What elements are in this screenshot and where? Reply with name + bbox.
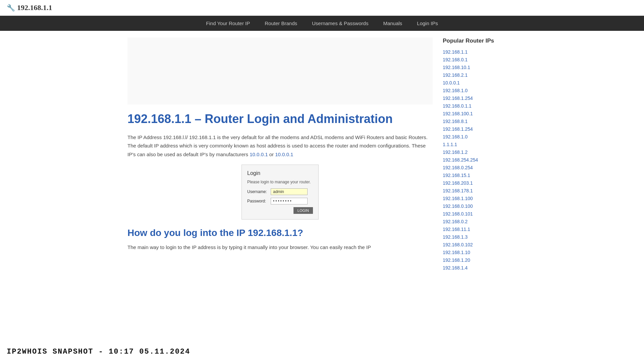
sidebar-ip-link[interactable]: 192.168.10.1 — [443, 65, 470, 70]
list-item: 192.168.1.100 — [443, 195, 517, 201]
logo-text: 192.168.1.1 — [17, 3, 52, 12]
list-item: 192.168.11.1 — [443, 226, 517, 232]
list-item: 192.168.0.254 — [443, 165, 517, 171]
list-item: 192.168.0.101 — [443, 211, 517, 217]
main-nav: Find Your Router IP Router Brands Userna… — [0, 16, 644, 31]
sidebar-ip-link[interactable]: 192.168.1.254 — [443, 126, 473, 132]
nav-login-ips[interactable]: Login IPs — [410, 16, 445, 31]
sidebar-ip-link[interactable]: 192.168.0.100 — [443, 203, 473, 209]
sidebar-ip-link[interactable]: 192.168.1.0 — [443, 134, 468, 139]
article-h2: How do you log into the IP 192.168.1.1? — [127, 228, 433, 238]
list-item: 192.168.178.1 — [443, 188, 517, 194]
page-wrapper: 192.168.1.1 – Router Login and Administr… — [121, 31, 523, 278]
list-item: 192.168.1.254 — [443, 126, 517, 132]
sidebar: Popular Router IPs 192.168.1.1192.168.0.… — [443, 38, 517, 271]
list-item: 192.168.100.1 — [443, 111, 517, 117]
sidebar-ip-link[interactable]: 192.168.2.1 — [443, 72, 468, 78]
list-item: 192.168.1.254 — [443, 95, 517, 101]
login-image-box: Login Please login to manage your router… — [241, 165, 319, 220]
sidebar-ip-link[interactable]: 192.168.1.3 — [443, 234, 468, 240]
list-item: 192.168.254.254 — [443, 157, 517, 163]
list-item: 192.168.8.1 — [443, 118, 517, 124]
sidebar-ip-link[interactable]: 192.168.1.2 — [443, 149, 468, 155]
login-box-title: Login — [247, 170, 313, 176]
site-logo[interactable]: 🔧 192.168.1.1 — [7, 3, 52, 12]
sidebar-ip-link[interactable]: 192.168.0.101 — [443, 211, 473, 217]
article-intro: The IP Address 192.168.l.l/ 192.168.1.1 … — [127, 133, 433, 159]
login-password-value: •••••••• — [271, 198, 308, 204]
list-item: 192.168.1.0 — [443, 134, 517, 140]
login-username-row: Username: admin — [247, 188, 313, 195]
sidebar-ip-link[interactable]: 192.168.100.1 — [443, 111, 473, 116]
article-title: 192.168.1.1 – Router Login and Administr… — [127, 111, 433, 127]
sidebar-ip-link[interactable]: 192.168.0.1 — [443, 57, 468, 62]
list-item: 192.168.15.1 — [443, 172, 517, 178]
list-item: 192.168.2.1 — [443, 72, 517, 78]
sidebar-ip-link[interactable]: 192.168.11.1 — [443, 227, 470, 232]
sidebar-ip-link[interactable]: 192.168.1.10 — [443, 250, 470, 255]
sidebar-ip-link[interactable]: 10.0.0.1 — [443, 80, 460, 85]
login-box-subtitle: Please login to manage your router. — [247, 180, 313, 184]
sidebar-ip-link[interactable]: 192.168.1.0 — [443, 88, 468, 93]
login-btn-row: LOGIN — [247, 207, 313, 214]
nav-manuals[interactable]: Manuals — [376, 16, 410, 31]
nav-usernames-passwords[interactable]: Usernames & Passwords — [305, 16, 376, 31]
list-item: 192.168.203.1 — [443, 180, 517, 186]
list-item: 10.0.0.1 — [443, 80, 517, 86]
nav-find-router[interactable]: Find Your Router IP — [199, 16, 257, 31]
sidebar-ip-link[interactable]: 192.168.0.254 — [443, 165, 473, 170]
sidebar-ip-link[interactable]: 192.168.1.100 — [443, 196, 473, 201]
list-item: 192.168.1.1 — [443, 49, 517, 55]
sidebar-ip-link[interactable]: 192.168.15.1 — [443, 173, 470, 178]
list-item: 192.168.0.1 — [443, 57, 517, 63]
list-item: 192.168.0.102 — [443, 242, 517, 248]
link-10001[interactable]: 10.0.0.1 — [250, 152, 268, 157]
list-item: 192.168.0.2 — [443, 219, 517, 225]
sidebar-ip-link[interactable]: 192.168.0.2 — [443, 219, 468, 224]
login-username-label: Username: — [247, 189, 271, 194]
login-password-label: Password: — [247, 199, 271, 203]
site-header: 🔧 192.168.1.1 — [0, 0, 644, 16]
article-intro-or: or — [268, 152, 275, 157]
sidebar-ip-link[interactable]: 192.168.1.1 — [443, 49, 468, 55]
nav-router-brands[interactable]: Router Brands — [257, 16, 305, 31]
sidebar-ip-link[interactable]: 192.168.8.1 — [443, 119, 468, 124]
main-content: 192.168.1.1 – Router Login and Administr… — [127, 38, 433, 271]
list-item: 192.168.0.1.1 — [443, 103, 517, 109]
logo-icon: 🔧 — [7, 4, 15, 12]
ad-placeholder — [127, 38, 433, 105]
sidebar-ip-link[interactable]: 192.168.203.1 — [443, 180, 473, 186]
list-item: 192.168.0.100 — [443, 203, 517, 209]
sidebar-ip-link[interactable]: 192.168.1.20 — [443, 257, 470, 263]
list-item: 192.168.10.1 — [443, 64, 517, 70]
list-item: 192.168.1.2 — [443, 149, 517, 155]
list-item: 192.168.1.10 — [443, 249, 517, 255]
login-button[interactable]: LOGIN — [293, 207, 313, 214]
link-10001-2[interactable]: 10.0.0.1 — [275, 152, 293, 157]
list-item: 192.168.1.3 — [443, 234, 517, 240]
sidebar-links: 192.168.1.1192.168.0.1192.168.10.1192.16… — [443, 49, 517, 271]
list-item: 192.168.1.4 — [443, 265, 517, 271]
article-body: The main way to login to the IP address … — [127, 243, 433, 252]
login-password-row: Password: •••••••• — [247, 198, 313, 204]
sidebar-ip-link[interactable]: 192.168.1.254 — [443, 96, 473, 101]
sidebar-ip-link[interactable]: 192.168.0.1.1 — [443, 103, 472, 109]
sidebar-title: Popular Router IPs — [443, 38, 517, 44]
sidebar-ip-link[interactable]: 192.168.0.102 — [443, 242, 473, 247]
sidebar-ip-link[interactable]: 192.168.1.4 — [443, 265, 468, 270]
sidebar-ip-link[interactable]: 192.168.178.1 — [443, 188, 473, 193]
list-item: 1.1.1.1 — [443, 141, 517, 147]
sidebar-ip-link[interactable]: 1.1.1.1 — [443, 142, 457, 147]
list-item: 192.168.1.20 — [443, 257, 517, 263]
list-item: 192.168.1.0 — [443, 87, 517, 94]
login-username-value: admin — [271, 188, 308, 195]
sidebar-ip-link[interactable]: 192.168.254.254 — [443, 157, 478, 163]
